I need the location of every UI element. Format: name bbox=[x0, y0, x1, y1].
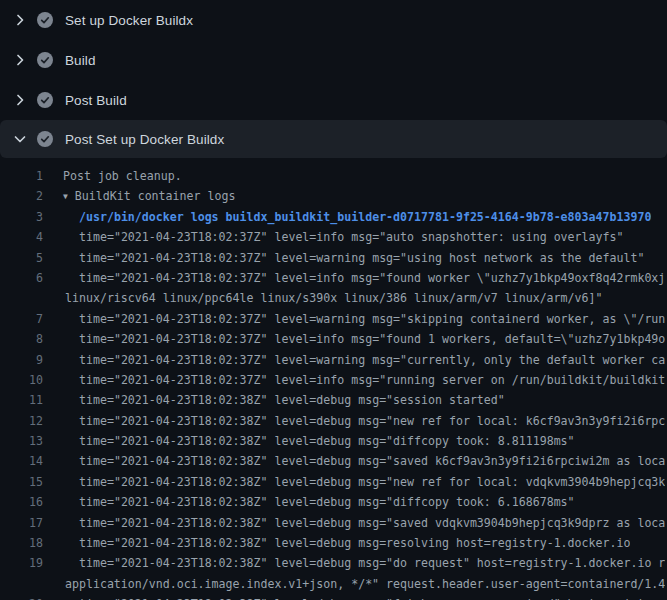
log-line: 18time="2021-04-23T18:02:38Z" level=debu… bbox=[0, 533, 667, 553]
log-line: 13time="2021-04-23T18:02:38Z" level=debu… bbox=[0, 431, 667, 451]
log-line-number[interactable]: 16 bbox=[0, 492, 43, 512]
log-line-text: time="2021-04-23T18:02:37Z" level=info m… bbox=[43, 268, 665, 288]
log-line-text: time="2021-04-23T18:02:38Z" level=debug … bbox=[43, 472, 665, 492]
log-command-text: /usr/bin/docker logs buildx_buildkit_bui… bbox=[43, 207, 651, 227]
log-line-text: Post job cleanup. bbox=[43, 166, 182, 186]
log-line-text: linux/riscv64 linux/ppc64le linux/s390x … bbox=[43, 288, 602, 308]
log-line-text: time="2021-04-23T18:02:38Z" level=debug … bbox=[43, 431, 575, 451]
chevron-right-icon bbox=[12, 52, 28, 68]
step-header-post-build[interactable]: Post Build bbox=[0, 80, 667, 120]
log-line: 6time="2021-04-23T18:02:37Z" level=info … bbox=[0, 268, 667, 288]
log-line-number[interactable]: 15 bbox=[0, 472, 43, 492]
log-line-text: time="2021-04-23T18:02:37Z" level=info m… bbox=[43, 370, 665, 390]
log-line: 2▼BuildKit container logs bbox=[0, 186, 667, 206]
log-line: 12time="2021-04-23T18:02:38Z" level=debu… bbox=[0, 411, 667, 431]
triangle-down-icon: ▼ bbox=[63, 187, 68, 207]
log-group-toggle[interactable]: ▼BuildKit container logs bbox=[43, 186, 235, 206]
log-line-text: time="2021-04-23T18:02:38Z" level=debug … bbox=[43, 492, 575, 512]
log-line: 9time="2021-04-23T18:02:37Z" level=warni… bbox=[0, 350, 667, 370]
log-line-number[interactable]: 19 bbox=[0, 553, 43, 573]
log-line: 3/usr/bin/docker logs buildx_buildkit_bu… bbox=[0, 207, 667, 227]
step-title: Post Set up Docker Buildx bbox=[65, 132, 224, 147]
log-line: 5time="2021-04-23T18:02:37Z" level=warni… bbox=[0, 248, 667, 268]
log-line-number[interactable]: 3 bbox=[0, 207, 43, 227]
log-line: 4time="2021-04-23T18:02:37Z" level=info … bbox=[0, 227, 667, 247]
log-line-number[interactable]: 6 bbox=[0, 268, 43, 288]
log-line: 19time="2021-04-23T18:02:38Z" level=debu… bbox=[0, 553, 667, 573]
chevron-down-icon bbox=[12, 131, 28, 147]
step-title: Post Build bbox=[65, 93, 127, 108]
check-circle-icon bbox=[37, 12, 53, 28]
log-line-number[interactable]: 11 bbox=[0, 390, 43, 410]
log-line-continuation: application/vnd.oci.image.index.v1+json,… bbox=[0, 574, 667, 594]
log-line-text: time="2021-04-23T18:02:37Z" level=warnin… bbox=[43, 309, 665, 329]
log-line-number[interactable]: 10 bbox=[0, 370, 43, 390]
check-circle-icon bbox=[37, 92, 53, 108]
log-line-text: time="2021-04-23T18:02:38Z" level=debug … bbox=[43, 411, 665, 431]
step-header-build[interactable]: Build bbox=[0, 40, 667, 80]
log-line-continuation: linux/riscv64 linux/ppc64le linux/s390x … bbox=[0, 288, 667, 308]
log-line-number[interactable]: 8 bbox=[0, 329, 43, 349]
log-line-number[interactable]: 4 bbox=[0, 227, 43, 247]
log-line-number[interactable]: 2 bbox=[0, 186, 43, 206]
log-line-text: time="2021-04-23T18:02:38Z" level=debug … bbox=[43, 451, 665, 471]
step-title: Build bbox=[65, 53, 96, 68]
log-line: 14time="2021-04-23T18:02:38Z" level=debu… bbox=[0, 451, 667, 471]
log-line-text: application/vnd.oci.image.index.v1+json,… bbox=[43, 574, 665, 594]
log-line-number[interactable]: 20 bbox=[0, 594, 43, 600]
log-line-number[interactable]: 13 bbox=[0, 431, 43, 451]
chevron-right-icon bbox=[12, 12, 28, 28]
check-circle-icon bbox=[37, 52, 53, 68]
log-line-number[interactable]: 17 bbox=[0, 513, 43, 533]
log-line-number[interactable]: 5 bbox=[0, 248, 43, 268]
chevron-right-icon bbox=[12, 92, 28, 108]
log-line-text: time="2021-04-23T18:02:37Z" level=info m… bbox=[43, 329, 665, 349]
log-line-text: time="2021-04-23T18:02:38Z" level=debug … bbox=[43, 390, 505, 410]
workflow-job-log-viewer: Set up Docker BuildxBuildPost BuildPost … bbox=[0, 0, 667, 600]
log-line-text: time="2021-04-23T18:02:38Z" level=debug … bbox=[43, 553, 665, 573]
log-line: 11time="2021-04-23T18:02:38Z" level=debu… bbox=[0, 390, 667, 410]
log-line-number[interactable]: 9 bbox=[0, 350, 43, 370]
log-line-text: time="2021-04-23T18:02:38Z" level=debug … bbox=[43, 594, 665, 600]
log-line-number bbox=[0, 288, 43, 308]
log-line: 20time="2021-04-23T18:02:38Z" level=debu… bbox=[0, 594, 667, 600]
log-line-number bbox=[0, 574, 43, 594]
step-title: Set up Docker Buildx bbox=[65, 13, 193, 28]
workflow-steps-panel: Set up Docker BuildxBuildPost BuildPost … bbox=[0, 0, 667, 158]
log-line: 1Post job cleanup. bbox=[0, 166, 667, 186]
log-line-text: time="2021-04-23T18:02:37Z" level=warnin… bbox=[43, 248, 644, 268]
step-header-set-up-docker-buildx[interactable]: Set up Docker Buildx bbox=[0, 0, 667, 40]
log-line-number[interactable]: 14 bbox=[0, 451, 43, 471]
log-viewer: 1Post job cleanup.2▼BuildKit container l… bbox=[0, 166, 667, 600]
log-line: 10time="2021-04-23T18:02:37Z" level=info… bbox=[0, 370, 667, 390]
log-line-text: time="2021-04-23T18:02:38Z" level=debug … bbox=[43, 513, 665, 533]
check-circle-icon bbox=[37, 131, 53, 147]
log-line-number[interactable]: 18 bbox=[0, 533, 43, 553]
log-line-number[interactable]: 12 bbox=[0, 411, 43, 431]
step-header-post-set-up-docker-buildx[interactable]: Post Set up Docker Buildx bbox=[0, 120, 667, 158]
log-line-text: time="2021-04-23T18:02:37Z" level=warnin… bbox=[43, 350, 665, 370]
log-line-text: time="2021-04-23T18:02:38Z" level=debug … bbox=[43, 533, 630, 553]
log-line-number[interactable]: 1 bbox=[0, 166, 43, 186]
log-line: 16time="2021-04-23T18:02:38Z" level=debu… bbox=[0, 492, 667, 512]
log-line: 8time="2021-04-23T18:02:37Z" level=info … bbox=[0, 329, 667, 349]
log-line-number[interactable]: 7 bbox=[0, 309, 43, 329]
log-line: 7time="2021-04-23T18:02:37Z" level=warni… bbox=[0, 309, 667, 329]
log-line-text: time="2021-04-23T18:02:37Z" level=info m… bbox=[43, 227, 623, 247]
log-line: 17time="2021-04-23T18:02:38Z" level=debu… bbox=[0, 513, 667, 533]
log-line: 15time="2021-04-23T18:02:38Z" level=debu… bbox=[0, 472, 667, 492]
log-group-label: BuildKit container logs bbox=[75, 189, 236, 203]
